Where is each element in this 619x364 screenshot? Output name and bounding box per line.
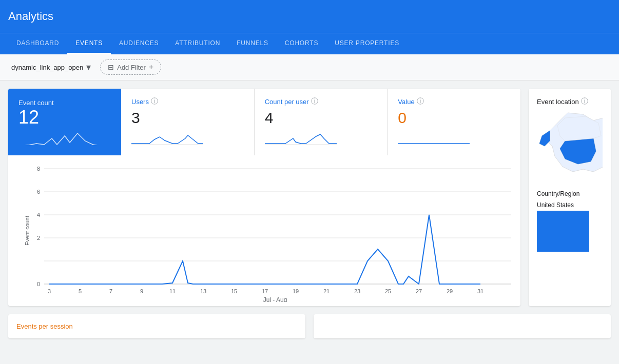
add-filter-button[interactable]: ⊟ Add Filter + xyxy=(100,59,161,75)
svg-text:9: 9 xyxy=(140,288,143,294)
app-title: Analytics xyxy=(8,10,53,23)
chevron-down-icon: ▾ xyxy=(86,62,91,73)
country-name: United States xyxy=(537,201,603,209)
value-number: 0 xyxy=(398,109,510,127)
nav-item-cohorts[interactable]: COHORTS xyxy=(277,33,326,54)
nav-bar: DASHBOARD EVENTS AUDIENCES ATTRIBUTION F… xyxy=(0,33,619,54)
count-per-user-label: Count per user xyxy=(265,98,309,106)
event-count-value: 12 xyxy=(18,107,111,128)
nav-item-user-properties[interactable]: USER PROPERTIES xyxy=(326,33,408,54)
filter-bar: dynamic_link_app_open ▾ ⊟ Add Filter + xyxy=(0,54,619,80)
add-filter-label: Add Filter xyxy=(117,64,146,71)
right-panel: Event location ⓘ Country/Region United S… xyxy=(529,89,611,306)
svg-text:4: 4 xyxy=(37,212,40,218)
count-per-user-value: 4 xyxy=(265,109,377,127)
country-region-label: Country/Region xyxy=(537,190,603,197)
event-name-label: dynamic_link_app_open xyxy=(11,64,83,71)
value-info-icon[interactable]: ⓘ xyxy=(417,97,424,106)
event-count-label: Event count xyxy=(18,99,111,107)
svg-text:29: 29 xyxy=(447,288,453,294)
users-mini-chart xyxy=(131,129,203,147)
count-per-user-mini-chart xyxy=(265,129,337,147)
country-bar-container: United States xyxy=(537,201,603,252)
svg-text:3: 3 xyxy=(48,288,51,294)
event-location-info-icon[interactable]: ⓘ xyxy=(581,97,588,106)
chart-area: Event count 8 6 4 2 0 3 5 7 9 xyxy=(8,155,520,306)
plus-icon: + xyxy=(149,63,153,72)
nav-item-events[interactable]: EVENTS xyxy=(67,33,111,54)
svg-text:27: 27 xyxy=(416,288,422,294)
events-per-session-title: Events per session xyxy=(16,322,297,330)
svg-text:7: 7 xyxy=(109,288,112,294)
stat-metric-users: Users ⓘ 3 xyxy=(121,89,255,155)
main-chart: 8 6 4 2 0 3 5 7 9 11 13 15 17 19 21 23 2… xyxy=(29,164,516,302)
stats-header: Event count 12 Users ⓘ 3 xyxy=(8,89,520,155)
event-count-mini-chart xyxy=(18,128,106,145)
svg-text:23: 23 xyxy=(354,288,360,294)
nav-item-dashboard[interactable]: DASHBOARD xyxy=(8,33,67,54)
event-selector[interactable]: dynamic_link_app_open ▾ xyxy=(8,59,94,75)
svg-text:Jul - Aug: Jul - Aug xyxy=(263,296,287,302)
stat-metric-value: Value ⓘ 0 xyxy=(388,89,520,155)
filter-icon: ⊟ xyxy=(108,63,114,71)
users-info-icon[interactable]: ⓘ xyxy=(151,97,158,106)
svg-text:31: 31 xyxy=(477,288,483,294)
bottom-card-events-per-session: Events per session xyxy=(8,314,305,338)
svg-text:13: 13 xyxy=(200,288,206,294)
svg-text:19: 19 xyxy=(293,288,299,294)
event-count-box: Event count 12 xyxy=(8,89,121,155)
stat-metric-count-per-user: Count per user ⓘ 4 xyxy=(255,89,388,155)
bottom-section: Events per session xyxy=(0,314,619,347)
main-content: Event count 12 Users ⓘ 3 xyxy=(0,80,619,314)
map-container xyxy=(537,110,603,182)
svg-text:5: 5 xyxy=(79,288,82,294)
nav-item-funnels[interactable]: FUNNELS xyxy=(228,33,277,54)
svg-text:21: 21 xyxy=(323,288,330,294)
country-bar xyxy=(537,211,589,252)
map-svg xyxy=(537,110,603,182)
app-header: Analytics xyxy=(0,0,619,33)
count-per-user-info-icon[interactable]: ⓘ xyxy=(311,97,318,106)
y-axis-label: Event count xyxy=(24,216,30,246)
svg-text:0: 0 xyxy=(37,281,40,287)
nav-item-attribution[interactable]: ATTRIBUTION xyxy=(167,33,228,54)
svg-text:25: 25 xyxy=(385,288,391,294)
svg-text:2: 2 xyxy=(37,235,40,241)
value-mini-chart xyxy=(398,129,470,147)
svg-text:6: 6 xyxy=(37,189,40,195)
svg-text:15: 15 xyxy=(231,288,237,294)
bottom-row: Events per session xyxy=(8,314,611,338)
stats-card: Event count 12 Users ⓘ 3 xyxy=(8,89,520,306)
svg-text:17: 17 xyxy=(262,288,268,294)
value-label: Value xyxy=(398,98,414,106)
nav-item-audiences[interactable]: AUDIENCES xyxy=(111,33,167,54)
svg-text:8: 8 xyxy=(37,166,40,172)
event-location-title: Event location ⓘ xyxy=(537,97,603,106)
users-value: 3 xyxy=(131,109,244,127)
svg-text:11: 11 xyxy=(169,288,176,294)
bottom-card-2 xyxy=(314,314,611,338)
users-label: Users xyxy=(131,98,149,106)
